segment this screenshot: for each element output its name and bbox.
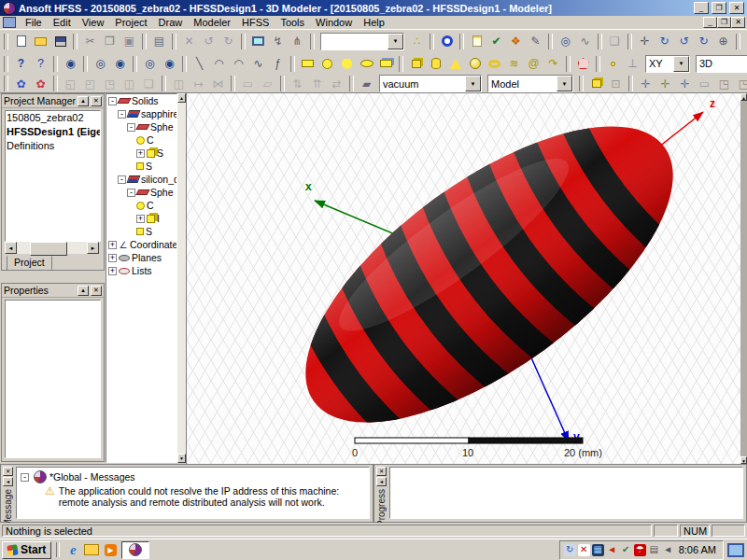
scroll-up-icon[interactable]: ▲ — [177, 93, 186, 103]
collapse-icon[interactable]: - — [118, 110, 126, 119]
expand-icon[interactable]: + — [108, 254, 117, 262]
dock-collapse-icon[interactable]: ◂ — [3, 477, 13, 486]
project-tree-hscrollbar[interactable]: ◄ ► — [5, 242, 99, 254]
collapse-icon[interactable]: - — [108, 97, 117, 105]
collapse-icon[interactable]: - — [118, 175, 126, 184]
hfss-task-button[interactable] — [121, 541, 149, 559]
draw-cone-button[interactable] — [445, 54, 465, 73]
create-plane-button[interactable]: ⊥ — [623, 54, 642, 73]
menu-project[interactable]: Project — [109, 16, 152, 29]
sweep-along-path-button[interactable]: ▰ — [357, 76, 376, 91]
boundary-display-button[interactable]: ▭ — [695, 76, 714, 91]
show-all-button[interactable]: ◉ — [160, 54, 179, 73]
modal-plot-button[interactable]: ∿ — [575, 32, 595, 50]
copy-image-button[interactable]: ❑ — [605, 32, 625, 50]
draw-helix-button[interactable]: ≋ — [504, 54, 524, 73]
draw-torus-button[interactable] — [485, 54, 504, 73]
assign-mesh-operation-button[interactable]: ✛ — [675, 76, 695, 91]
expand-icon[interactable]: + — [108, 267, 117, 275]
solve-distributed-button[interactable]: ✿ — [31, 76, 50, 91]
project-tree-item[interactable]: 150805_zebra02 — [6, 111, 100, 125]
model-tree-item[interactable]: -silicon_di — [106, 173, 176, 186]
display-settings-icon[interactable] — [727, 543, 744, 557]
scroll-left-icon[interactable]: ◄ — [5, 242, 17, 254]
progress-tab[interactable]: Progress — [376, 489, 387, 526]
collapse-icon[interactable]: - — [127, 189, 135, 197]
model-tree-item[interactable]: -Sphe — [106, 186, 176, 199]
tray-volume-icon[interactable]: ◄ — [662, 544, 674, 556]
collapse-icon[interactable]: - — [127, 123, 135, 132]
open-project-button[interactable] — [31, 32, 50, 50]
save-project-button[interactable] — [50, 32, 70, 50]
view-visibility-button[interactable]: ◉ — [61, 54, 80, 73]
context-help-button[interactable]: ? — [31, 54, 50, 73]
ie-icon[interactable]: e — [64, 541, 81, 558]
solve-setup-button[interactable]: ✿ — [11, 76, 31, 91]
help-topics-button[interactable]: ? — [11, 54, 31, 73]
child-restore-button[interactable]: ❐ — [717, 17, 731, 28]
expand-icon[interactable]: + — [108, 241, 117, 249]
draw-sphere-button[interactable] — [465, 54, 485, 73]
tray-printer-error-icon[interactable]: ▤ — [648, 544, 660, 556]
dock-collapse-icon[interactable]: ◂ — [376, 477, 387, 486]
menu-modeler[interactable]: Modeler — [188, 16, 236, 29]
draw-bondwire-button[interactable]: ↷ — [543, 54, 563, 73]
model-tree-item[interactable]: +S — [106, 147, 176, 160]
pan-button[interactable]: ✛ — [635, 32, 655, 50]
zoom-in-window-button[interactable]: ⊞ — [743, 32, 747, 50]
menu-view[interactable]: View — [77, 16, 110, 29]
new-project-button[interactable] — [11, 32, 31, 50]
model-tree-item[interactable]: C — [106, 199, 176, 212]
create-point-button[interactable] — [603, 54, 623, 73]
model-tree-item[interactable]: +Lists — [106, 264, 176, 277]
minimize-button[interactable]: _ — [694, 2, 709, 14]
scroll-down-icon[interactable]: ▼ — [740, 456, 747, 464]
scroll-right-icon[interactable]: ► — [87, 242, 99, 254]
model-type-combobox[interactable]: Model▼ — [487, 75, 573, 92]
create-report-button[interactable]: ✎ — [526, 32, 545, 50]
material-combobox[interactable]: vacuum▼ — [379, 75, 482, 92]
close-button[interactable]: ✕ — [729, 2, 744, 14]
view-mode-combobox[interactable]: 3D▼ — [696, 55, 747, 73]
menu-hfss[interactable]: HFSS — [236, 16, 275, 29]
message-group-row[interactable]: - *Global - Messages — [17, 468, 369, 483]
3d-scene[interactable]: z x y 0 10 20 (mm) — [187, 93, 741, 464]
undo-button[interactable]: ↺ — [199, 32, 218, 50]
field-overlays-button[interactable]: ◎ — [556, 32, 575, 50]
scroll-up-icon[interactable]: ▲ — [740, 93, 747, 101]
restore-button[interactable]: ❐ — [712, 2, 726, 14]
analyze-all-button[interactable]: ✔ — [486, 32, 506, 50]
tray-audio-busy-icon[interactable]: ◄ — [606, 544, 618, 556]
tray-update-icon[interactable]: ↻ — [564, 544, 576, 556]
panel-pin-icon[interactable]: ▴ — [78, 286, 89, 296]
mdi-child-icon[interactable] — [3, 17, 16, 28]
submit-job-button[interactable]: ↯ — [268, 32, 288, 50]
tray-display-icon[interactable]: ▦ — [592, 544, 604, 556]
results-button[interactable]: ❖ — [506, 32, 526, 50]
scroll-down-icon[interactable]: ▼ — [177, 454, 186, 463]
rotate-model-center-button[interactable]: ↻ — [655, 32, 674, 50]
panel-close-icon[interactable]: ✕ — [91, 96, 102, 106]
collapse-icon[interactable]: - — [21, 473, 29, 482]
design-select-combobox[interactable]: ▼ — [320, 33, 404, 50]
distributed-analysis-button[interactable]: ⋔ — [288, 32, 307, 50]
copy-button[interactable]: ❐ — [100, 32, 120, 50]
assign-excitation-button[interactable]: ✛ — [655, 76, 675, 91]
panel-pin-icon[interactable]: ▴ — [78, 96, 89, 106]
tray-status-ok-icon[interactable]: ✔ — [620, 544, 632, 556]
draw-circle-button[interactable] — [317, 54, 337, 73]
validate-button[interactable] — [467, 32, 486, 50]
print-button[interactable]: ▤ — [149, 32, 169, 50]
expand-icon[interactable]: + — [136, 215, 145, 223]
tray-antivirus-icon[interactable]: ☂ — [634, 544, 646, 556]
dock-close-icon[interactable]: ✕ — [3, 467, 13, 476]
draw-spline-button[interactable]: ∿ — [248, 54, 268, 73]
model-tree-item[interactable]: S — [106, 160, 176, 173]
model-tree-vscrollbar[interactable]: ▲ ▼ — [177, 93, 186, 463]
model-tree-item[interactable]: -Sphe — [106, 120, 176, 133]
draw-regular-polygon-button[interactable] — [337, 54, 357, 73]
assign-material-button[interactable] — [586, 76, 606, 91]
menu-tools[interactable]: Tools — [275, 16, 310, 29]
project-tab[interactable]: Project — [7, 256, 52, 271]
draw-rectangle-button[interactable] — [298, 54, 317, 73]
